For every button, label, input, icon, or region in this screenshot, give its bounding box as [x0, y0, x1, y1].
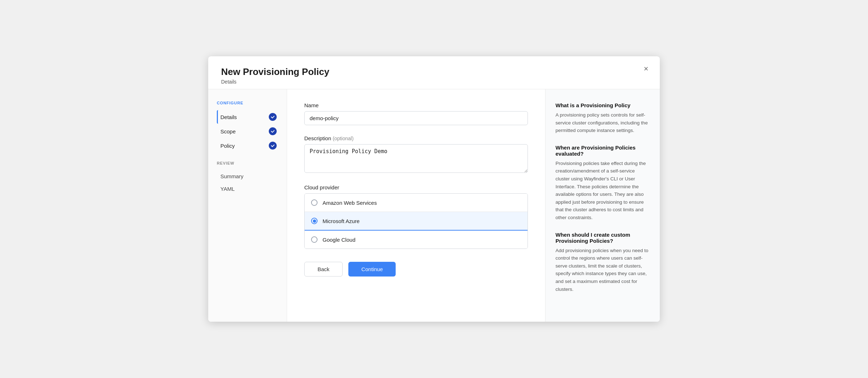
sidebar-item-yaml[interactable]: YAML — [217, 183, 278, 195]
info-text-2: Add provisioning policies when you need … — [555, 247, 650, 293]
cloud-option-aws-label: Amazon Web Services — [323, 200, 377, 206]
radio-gcp — [311, 236, 318, 243]
info-text-1: Provisioning policies take effect during… — [555, 160, 650, 222]
close-button[interactable]: × — [641, 63, 651, 74]
sidebar-item-scope-label: Scope — [220, 128, 236, 134]
name-input[interactable] — [304, 111, 528, 125]
sidebar-item-summary[interactable]: Summary — [217, 170, 278, 182]
description-optional: (optional) — [333, 136, 353, 141]
cloud-option-aws[interactable]: Amazon Web Services — [305, 194, 528, 212]
review-label: REVIEW — [217, 161, 278, 165]
cloud-option-gcp[interactable]: Google Cloud — [305, 230, 528, 249]
details-check-badge — [269, 113, 277, 121]
description-group: Description (optional) Provisioning Poli… — [304, 135, 528, 174]
radio-aws — [311, 199, 318, 206]
radio-azure — [311, 218, 318, 224]
sidebar-item-policy[interactable]: Policy — [217, 139, 278, 152]
modal: New Provisioning Policy Details × CONFIG… — [208, 56, 660, 322]
modal-subtitle: Details — [221, 79, 647, 85]
description-textarea[interactable]: Provisioning Policy Demo — [304, 144, 528, 173]
info-heading-2: When should I create custom Provisioning… — [555, 232, 650, 244]
sidebar-item-details-label: Details — [220, 114, 237, 120]
button-row: Back Continue — [304, 262, 528, 277]
info-panel: What is a Provisioning Policy A provisio… — [545, 89, 660, 322]
info-text-0: A provisioning policy sets controls for … — [555, 111, 650, 134]
cloud-provider-options: Amazon Web Services Microsoft Azure Goog… — [304, 193, 528, 249]
radio-azure-inner — [313, 219, 316, 223]
cloud-provider-group: Cloud provider Amazon Web Services Micro… — [304, 184, 528, 249]
sidebar-item-scope[interactable]: Scope — [217, 124, 278, 138]
sidebar-item-details[interactable]: Details — [217, 110, 278, 124]
cloud-option-azure[interactable]: Microsoft Azure — [305, 212, 528, 230]
name-label: Name — [304, 102, 528, 108]
sidebar: CONFIGURE Details Scope — [208, 89, 287, 322]
scope-check-badge — [269, 127, 277, 135]
sidebar-item-policy-label: Policy — [220, 143, 235, 149]
back-button[interactable]: Back — [304, 262, 343, 277]
info-section-1: When are Provisioning Policies evaluated… — [555, 145, 650, 222]
configure-label: CONFIGURE — [217, 101, 278, 105]
modal-header: New Provisioning Policy Details × — [208, 56, 660, 89]
info-section-2: When should I create custom Provisioning… — [555, 232, 650, 293]
policy-check-badge — [269, 142, 277, 150]
name-group: Name — [304, 102, 528, 125]
info-heading-0: What is a Provisioning Policy — [555, 102, 650, 108]
modal-title: New Provisioning Policy — [221, 66, 647, 77]
description-label: Description (optional) — [304, 135, 528, 141]
info-heading-1: When are Provisioning Policies evaluated… — [555, 145, 650, 157]
info-section-0: What is a Provisioning Policy A provisio… — [555, 102, 650, 134]
cloud-option-gcp-label: Google Cloud — [323, 237, 356, 243]
cloud-option-azure-label: Microsoft Azure — [323, 218, 359, 224]
cloud-provider-label: Cloud provider — [304, 184, 528, 190]
main-content: Name Description (optional) Provisioning… — [287, 89, 545, 322]
modal-body: CONFIGURE Details Scope — [208, 89, 660, 322]
continue-button[interactable]: Continue — [348, 262, 396, 277]
